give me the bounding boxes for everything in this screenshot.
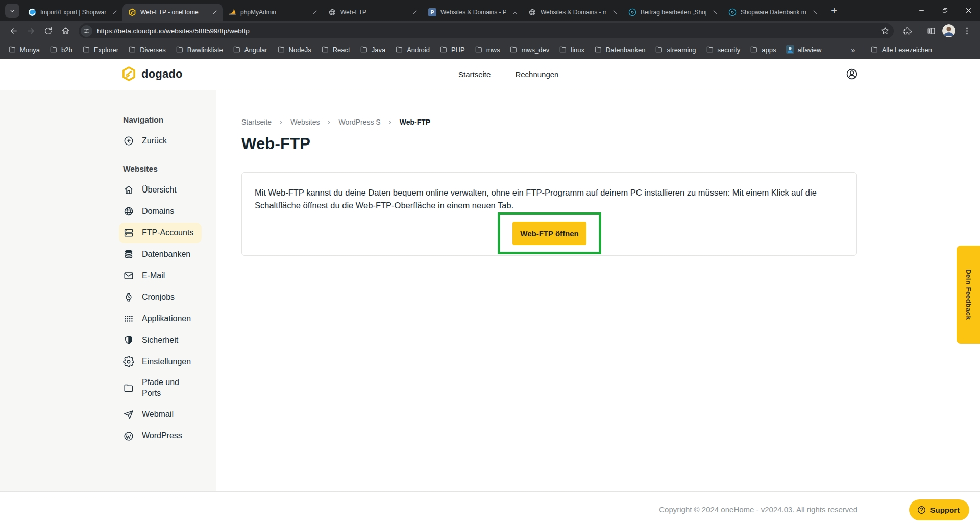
bookmark-item[interactable]: mws <box>475 45 500 54</box>
bookmark-item[interactable]: security <box>706 45 741 54</box>
sidebar-item-zurueck[interactable]: Zurück <box>119 131 175 151</box>
all-bookmarks-button[interactable]: Alle Lesezeichen <box>870 45 932 54</box>
sidebar-item[interactable]: Webmail <box>119 404 182 425</box>
sidebar-item[interactable]: FTP-Accounts <box>119 223 202 243</box>
sidebar-item[interactable]: E-Mail <box>119 266 173 286</box>
bookmark-item[interactable]: linux <box>559 45 584 54</box>
sidebar-item[interactable]: Einstellungen <box>119 351 199 372</box>
bookmark-item[interactable]: alfaview <box>786 45 822 54</box>
bookmark-label: mws <box>486 46 500 54</box>
feedback-tab[interactable]: Dein Feedback <box>957 246 980 344</box>
support-label: Support <box>930 506 960 514</box>
browser-tab[interactable]: Import/Export | Shopware <box>22 4 122 21</box>
tab-close-button[interactable] <box>410 8 419 17</box>
extensions-button[interactable] <box>899 22 915 39</box>
back-button[interactable] <box>5 22 21 39</box>
browser-tab[interactable]: Shopware Datenbank mit <box>723 4 823 21</box>
header-nav-link[interactable]: Rechnungen <box>515 70 558 79</box>
tab-close-button[interactable] <box>110 8 119 17</box>
server-icon <box>123 227 134 238</box>
tab-close-button[interactable] <box>510 8 519 17</box>
bookmark-label: Bwwlinkliste <box>187 46 223 54</box>
mail-icon <box>123 270 134 281</box>
tab-list: Import/Export | Shopware Web-FTP - oneHo… <box>22 4 823 21</box>
tab-close-button[interactable] <box>710 8 719 17</box>
restore-button[interactable] <box>933 0 957 21</box>
sidebar-item[interactable]: Cronjobs <box>119 287 183 307</box>
browser-tab[interactable]: Websites & Domains - m <box>523 4 623 21</box>
breadcrumb-item[interactable]: Websites <box>290 118 332 126</box>
bookmark-item[interactable]: Explorer <box>82 45 118 54</box>
sidebar-item[interactable]: Domains <box>119 201 182 222</box>
breadcrumb-item[interactable]: WordPress S <box>338 118 393 126</box>
close-icon <box>212 10 217 15</box>
support-button[interactable]: Support <box>909 499 970 520</box>
forward-button[interactable] <box>22 22 39 39</box>
breadcrumb-label[interactable]: Startseite <box>241 118 272 126</box>
tab-close-button[interactable] <box>210 8 219 17</box>
breadcrumb-label[interactable]: Web-FTP <box>400 118 430 126</box>
profile-avatar[interactable] <box>942 24 955 37</box>
new-tab-button[interactable]: + <box>827 4 841 18</box>
bookmarks-overflow-button[interactable]: » <box>846 45 860 54</box>
minimize-button[interactable] <box>910 0 933 21</box>
bookmark-item[interactable]: Bwwlinkliste <box>176 45 223 54</box>
main-content: Startseite Websites WordPress S Web-FTP <box>216 90 980 491</box>
tab-title: Web-FTP <box>340 9 406 16</box>
address-bar[interactable]: https://beta.cloudpit.io/websites/588599… <box>79 23 894 38</box>
url-text[interactable]: https://beta.cloudpit.io/websites/588599… <box>97 27 880 35</box>
sidebar-item[interactable]: Datenbanken <box>119 244 199 265</box>
bookmark-item[interactable]: streaming <box>655 45 696 54</box>
bookmark-label: streaming <box>667 46 696 54</box>
browser-menu-button[interactable] <box>959 22 975 39</box>
breadcrumb-label[interactable]: WordPress S <box>338 118 380 126</box>
sidebar-item[interactable]: Sicherheit <box>119 330 186 350</box>
all-bookmarks-label: Alle Lesezeichen <box>882 46 932 54</box>
bookmark-item[interactable]: mws_dev <box>509 45 549 54</box>
browser-tab[interactable]: Web-FTP - oneHome <box>122 4 223 21</box>
bookmark-item[interactable]: b2b <box>50 45 72 54</box>
bookmark-star-icon[interactable] <box>880 26 890 35</box>
browser-tab[interactable]: phpMyAdmin <box>223 4 323 21</box>
account-icon[interactable] <box>845 67 859 81</box>
sidebar-item[interactable]: Übersicht <box>119 180 185 200</box>
sidebar-item[interactable]: Pfade und Ports <box>119 373 206 403</box>
sidebar-item[interactable]: WordPress <box>119 426 190 446</box>
bookmark-item[interactable]: NodeJs <box>277 45 311 54</box>
browser-tab[interactable]: P Websites & Domains - Ple <box>423 4 523 21</box>
side-panel-button[interactable] <box>923 22 939 39</box>
brand-logo[interactable]: dogado <box>121 66 183 82</box>
tab-close-button[interactable] <box>310 8 319 17</box>
bookmark-item[interactable]: Diverses <box>128 45 166 54</box>
bookmark-item[interactable]: Monya <box>8 45 40 54</box>
bookmark-item[interactable]: Datenbanken <box>594 45 645 54</box>
browser-tab[interactable]: Web-FTP <box>323 4 423 21</box>
reload-button[interactable] <box>40 22 56 39</box>
bookmark-item[interactable]: apps <box>750 45 776 54</box>
header-nav-link[interactable]: Startseite <box>458 70 491 79</box>
webftp-description: Mit Web-FTP kannst du deine Daten bequem… <box>255 186 839 212</box>
bookmark-item[interactable]: Android <box>395 45 430 54</box>
breadcrumb-item[interactable]: Startseite <box>241 118 284 126</box>
breadcrumb-item[interactable]: Web-FTP <box>400 118 430 126</box>
tab-search-button[interactable] <box>5 4 19 18</box>
sidebar-item[interactable]: Applikationen <box>119 308 199 329</box>
tab-close-button[interactable] <box>610 8 619 17</box>
bookmark-label: b2b <box>61 46 72 54</box>
bookmark-item[interactable]: Java <box>360 45 385 54</box>
browser-tab[interactable]: Beitrag bearbeiten „Shop <box>623 4 723 21</box>
bookmark-item[interactable]: Angular <box>233 45 267 54</box>
folder-icon <box>277 45 285 54</box>
webftp-open-button[interactable]: Web-FTP öffnen <box>512 222 586 245</box>
breadcrumb-label[interactable]: Websites <box>290 118 320 126</box>
home-button[interactable] <box>57 22 74 39</box>
close-icon <box>112 10 117 15</box>
folder-icon <box>594 45 602 54</box>
site-settings-button[interactable] <box>81 25 92 37</box>
folder-icon <box>395 45 403 54</box>
tab-title: Beitrag bearbeiten „Shop <box>641 9 706 16</box>
close-window-button[interactable] <box>957 0 980 21</box>
bookmark-item[interactable]: PHP <box>439 45 465 54</box>
tab-close-button[interactable] <box>811 8 819 17</box>
bookmark-item[interactable]: React <box>321 45 350 54</box>
